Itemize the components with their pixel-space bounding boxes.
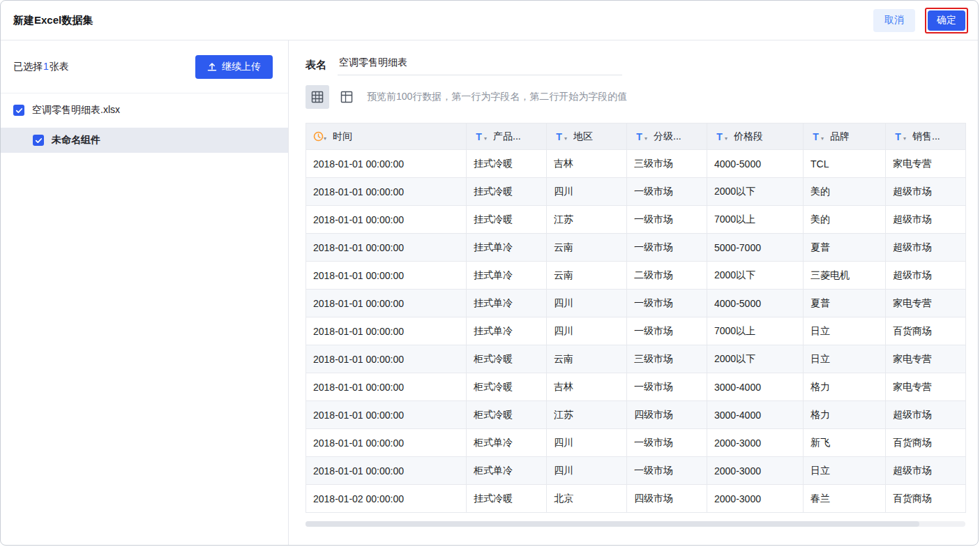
file-name: 空调零售明细表.xlsx <box>32 104 120 117</box>
table-row: 2018-01-01 00:00:00挂式单冷云南一级市场5000-7000夏普… <box>306 234 966 262</box>
table-cell: 超级市场 <box>886 401 966 429</box>
table-cell: 2000以下 <box>707 345 804 373</box>
table-cell: 柜式冷暖 <box>467 373 547 401</box>
table-cell: 家电专营 <box>886 373 966 401</box>
text-type-icon: T <box>893 131 903 142</box>
column-header[interactable]: T▾地区 <box>547 123 627 150</box>
table-cell: 柜式冷暖 <box>467 401 547 429</box>
continue-upload-button[interactable]: 继续上传 <box>195 55 273 79</box>
table-cell: 一级市场 <box>627 178 707 206</box>
column-header[interactable]: ▾时间 <box>306 123 467 150</box>
table-cell: 格力 <box>804 401 886 429</box>
table-cell: 挂式冷暖 <box>467 178 547 206</box>
check-icon <box>15 107 23 114</box>
table-cell: 家电专营 <box>886 150 966 178</box>
table-cell: 二级市场 <box>627 262 707 290</box>
table-cell: 超级市场 <box>886 457 966 485</box>
table-cell: 一级市场 <box>627 429 707 457</box>
confirm-button-annotation-box: 确定 <box>925 8 968 33</box>
table-cell: 日立 <box>804 457 886 485</box>
table-cell: 日立 <box>804 345 886 373</box>
column-header-label: 地区 <box>573 130 593 143</box>
preview-toolbar: 预览前100行数据，第一行为字段名，第二行开始为字段的值 <box>306 85 963 109</box>
cancel-button[interactable]: 取消 <box>873 9 915 32</box>
column-header[interactable]: T▾品牌 <box>804 123 886 150</box>
table-cell: 2018-01-01 00:00:00 <box>306 150 467 178</box>
header-actions: 取消 确定 <box>873 8 968 33</box>
caret-down-icon[interactable]: ▾ <box>564 136 567 142</box>
new-excel-dataset-dialog: 新建Excel数据集 取消 确定 已选择1张表 继续上传 <box>0 0 979 546</box>
column-header[interactable]: T▾销售... <box>886 123 966 150</box>
table-cell: 三菱电机 <box>804 262 886 290</box>
main-panel: 表名 预览前100行数据，第一行为字段名，第二行开始为字段的值 <box>289 40 978 545</box>
file-checkbox[interactable] <box>13 105 24 116</box>
table-cell: 3000-4000 <box>707 401 804 429</box>
table-cell: 7000以上 <box>707 206 804 234</box>
table-name-label: 表名 <box>306 59 326 72</box>
upload-icon <box>207 62 217 72</box>
confirm-button[interactable]: 确定 <box>928 10 965 31</box>
table-cell: 新飞 <box>804 429 886 457</box>
caret-down-icon[interactable]: ▾ <box>484 136 487 142</box>
table-cell: 2000以下 <box>707 178 804 206</box>
table-cell: 2018-01-01 00:00:00 <box>306 178 467 206</box>
text-type-icon: T <box>811 131 821 142</box>
table-cell: 三级市场 <box>627 150 707 178</box>
table-cell: 百货商场 <box>886 317 966 345</box>
table-cell: 吉林 <box>547 373 627 401</box>
preview-hint: 预览前100行数据，第一行为字段名，第二行开始为字段的值 <box>367 91 627 103</box>
table-cell: 4000-5000 <box>707 290 804 317</box>
date-type-icon <box>313 131 324 142</box>
table-cell: 7000以上 <box>707 317 804 345</box>
table-cell: 北京 <box>547 485 627 513</box>
table-cell: 日立 <box>804 317 886 345</box>
table-cell: 挂式冷暖 <box>467 206 547 234</box>
table-cell: 美的 <box>804 206 886 234</box>
horizontal-scrollbar-thumb[interactable] <box>306 521 919 527</box>
table-cell: 云南 <box>547 262 627 290</box>
table-cell: 百货商场 <box>886 485 966 513</box>
caret-down-icon[interactable]: ▾ <box>903 136 906 142</box>
table-cell: 2018-01-01 00:00:00 <box>306 290 467 317</box>
sheet-item[interactable]: 未命名组件 <box>1 128 288 153</box>
table-row: 2018-01-01 00:00:00柜式冷暖江苏四级市场3000-4000格力… <box>306 401 966 429</box>
table-cell: 夏普 <box>804 290 886 317</box>
horizontal-scrollbar[interactable] <box>306 521 965 527</box>
table-cell: 一级市场 <box>627 290 707 317</box>
table-row: 2018-01-01 00:00:00柜式单冷四川一级市场2000-3000新飞… <box>306 429 966 457</box>
table-row: 2018-01-01 00:00:00柜式冷暖吉林一级市场3000-4000格力… <box>306 373 966 401</box>
preview-table-header-row: ▾时间T▾产品...T▾地区T▾分级...T▾价格段T▾品牌T▾销售... <box>306 123 966 150</box>
preview-table: ▾时间T▾产品...T▾地区T▾分级...T▾价格段T▾品牌T▾销售... 20… <box>306 123 963 527</box>
table-cell: 2018-01-02 00:00:00 <box>306 485 467 513</box>
table-cell: 2018-01-01 00:00:00 <box>306 457 467 485</box>
table-cell: 百货商场 <box>886 429 966 457</box>
table-cell: 挂式单冷 <box>467 290 547 317</box>
caret-down-icon[interactable]: ▾ <box>725 136 728 142</box>
column-header[interactable]: T▾价格段 <box>707 123 804 150</box>
check-icon <box>35 137 43 144</box>
table-cell: 家电专营 <box>886 345 966 373</box>
caret-down-icon[interactable]: ▾ <box>324 136 326 142</box>
table-cell: 2018-01-01 00:00:00 <box>306 317 467 345</box>
table-cell: 一级市场 <box>627 206 707 234</box>
caret-down-icon[interactable]: ▾ <box>644 136 647 142</box>
field-view-button[interactable] <box>335 85 359 109</box>
grid-view-button[interactable] <box>306 85 329 109</box>
table-cell: 江苏 <box>547 401 627 429</box>
column-header[interactable]: T▾产品... <box>467 123 547 150</box>
table-cell: 一级市场 <box>627 457 707 485</box>
table-cell: 2018-01-01 00:00:00 <box>306 234 467 262</box>
column-header[interactable]: T▾分级... <box>627 123 707 150</box>
table-cell: 夏普 <box>804 234 886 262</box>
file-item[interactable]: 空调零售明细表.xlsx <box>1 93 288 126</box>
grid-view-icon <box>311 91 324 103</box>
table-name-row: 表名 <box>306 54 963 75</box>
sheet-checkbox[interactable] <box>33 135 44 146</box>
table-name-input[interactable] <box>338 54 622 75</box>
table-cell: 2018-01-01 00:00:00 <box>306 262 467 290</box>
column-header-label: 品牌 <box>830 130 850 143</box>
dialog-header: 新建Excel数据集 取消 确定 <box>1 1 978 40</box>
table-cell: 柜式单冷 <box>467 457 547 485</box>
caret-down-icon[interactable]: ▾ <box>821 136 824 142</box>
sheet-name: 未命名组件 <box>52 134 100 147</box>
